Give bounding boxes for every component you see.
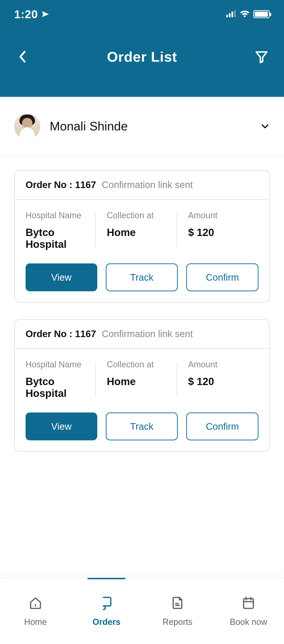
amount-label: Amount: [188, 360, 258, 370]
tab-label: Reports: [163, 617, 192, 627]
profile-selector[interactable]: Monali Shinde: [0, 97, 284, 156]
order-number: Order No : 1167: [26, 180, 96, 190]
calendar-icon: [241, 596, 256, 612]
confirm-button[interactable]: Confirm: [186, 412, 258, 440]
back-button[interactable]: [14, 48, 31, 65]
amount-label: Amount: [188, 210, 258, 220]
cellular-icon: [226, 10, 236, 18]
order-card: Order No : 1167 Confirmation link sent H…: [14, 319, 270, 452]
status-bar: 1:20: [0, 0, 284, 28]
status-time: 1:20: [14, 8, 38, 21]
avatar: [14, 113, 40, 139]
tab-label: Home: [24, 617, 47, 627]
orders-icon: [99, 596, 114, 612]
location-icon: [41, 8, 49, 21]
hospital-label: Hospital Name: [26, 360, 96, 370]
chevron-down-icon: [260, 122, 270, 131]
order-status: Confirmation link sent: [102, 180, 193, 190]
svg-rect-1: [229, 13, 230, 17]
page-title: Order List: [107, 49, 177, 65]
svg-rect-0: [226, 15, 228, 17]
wifi-icon: [239, 10, 250, 18]
svg-rect-7: [243, 598, 253, 608]
app-header: 1:20 Order List: [0, 0, 284, 97]
hospital-value: Bytco Hospital: [26, 226, 96, 250]
track-button[interactable]: Track: [106, 412, 178, 440]
confirm-button[interactable]: Confirm: [186, 264, 258, 291]
order-status: Confirmation link sent: [102, 328, 193, 339]
svg-rect-2: [231, 12, 233, 17]
amount-value: $ 120: [188, 376, 258, 388]
amount-value: $ 120: [188, 226, 258, 238]
hospital-value: Bytco Hospital: [26, 376, 96, 399]
battery-icon: [253, 10, 270, 18]
profile-name: Monali Shinde: [50, 119, 251, 133]
tab-bar: Home Orders Reports Book now: [0, 578, 284, 644]
hospital-label: Hospital Name: [26, 210, 96, 220]
svg-rect-3: [234, 10, 236, 17]
reports-icon: [170, 596, 185, 612]
tab-home[interactable]: Home: [0, 578, 71, 644]
collection-value: Home: [107, 376, 177, 388]
tab-label: Book now: [230, 617, 267, 627]
tab-book-now[interactable]: Book now: [213, 578, 284, 644]
track-button[interactable]: Track: [106, 264, 178, 291]
order-list: Order No : 1167 Confirmation link sent H…: [0, 156, 284, 452]
home-icon: [28, 596, 43, 612]
view-button[interactable]: View: [26, 412, 97, 440]
collection-label: Collection at: [107, 210, 177, 220]
view-button[interactable]: View: [26, 264, 97, 291]
tab-orders[interactable]: Orders: [71, 578, 142, 644]
order-card: Order No : 1167 Confirmation link sent H…: [14, 170, 270, 303]
collection-value: Home: [107, 226, 177, 238]
collection-label: Collection at: [107, 360, 177, 370]
tab-reports[interactable]: Reports: [142, 578, 213, 644]
tab-label: Orders: [92, 617, 120, 627]
order-number: Order No : 1167: [26, 328, 96, 339]
filter-button[interactable]: [253, 48, 270, 65]
